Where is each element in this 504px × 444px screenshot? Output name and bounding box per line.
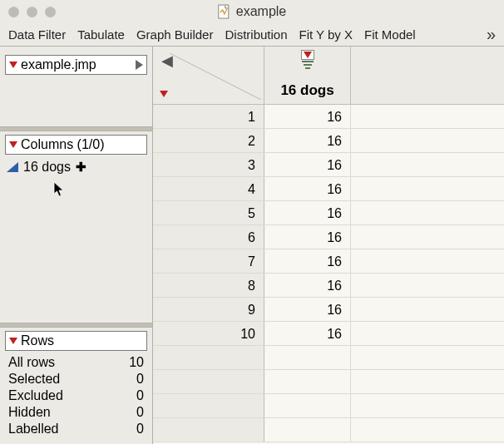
table-row[interactable]: 616 xyxy=(153,225,504,249)
rows-menu-icon[interactable] xyxy=(160,91,168,97)
panel-divider[interactable] xyxy=(0,126,152,131)
panel-divider[interactable] xyxy=(0,323,152,328)
empty-cell xyxy=(351,249,504,273)
cell[interactable]: 16 xyxy=(264,274,351,297)
row-number[interactable]: 2 xyxy=(153,129,264,152)
rows-stat-hidden[interactable]: Hidden0 xyxy=(8,404,144,421)
more-menu-icon[interactable]: » xyxy=(487,25,496,44)
column-header-cell[interactable]: 16 dogs xyxy=(264,47,351,104)
cell[interactable]: 16 xyxy=(264,153,351,176)
empty-cell xyxy=(351,105,504,128)
row-number[interactable]: 3 xyxy=(153,153,264,176)
document-icon xyxy=(218,4,231,19)
cell xyxy=(264,346,351,369)
disclosure-icon[interactable] xyxy=(9,338,17,344)
table-row[interactable]: 716 xyxy=(153,249,504,274)
disclosure-icon[interactable] xyxy=(9,141,17,148)
zoom-icon[interactable] xyxy=(45,7,56,17)
row-number[interactable]: 10 xyxy=(153,322,264,345)
run-script-icon[interactable] xyxy=(136,60,143,70)
empty-cell xyxy=(351,153,504,176)
cell[interactable]: 16 xyxy=(264,129,351,152)
table-row[interactable]: 1016 xyxy=(153,322,504,346)
column-menu-icon[interactable] xyxy=(301,50,314,71)
menu-distribution[interactable]: Distribution xyxy=(225,27,287,42)
data-grid: ◀ 16 dogs 116216316416516616716816916101… xyxy=(153,47,504,444)
row-number[interactable]: 7 xyxy=(153,249,264,273)
cell[interactable]: 16 xyxy=(264,177,351,200)
table-row xyxy=(153,394,504,418)
cell[interactable]: 16 xyxy=(264,201,351,224)
empty-cell xyxy=(351,225,504,249)
cell[interactable]: 16 xyxy=(264,249,351,273)
window-controls xyxy=(8,7,56,17)
continuous-icon xyxy=(7,162,18,172)
table-row[interactable]: 316 xyxy=(153,153,504,177)
empty-cell xyxy=(351,129,504,152)
rows-stat-labelled[interactable]: Labelled0 xyxy=(8,421,144,437)
svg-line-1 xyxy=(170,53,261,100)
menu-graph-builder[interactable]: Graph Builder xyxy=(136,27,214,42)
menu-fit-y-by-x[interactable]: Fit Y by X xyxy=(299,27,353,42)
row-number[interactable]: 1 xyxy=(153,105,264,128)
close-icon[interactable] xyxy=(8,7,19,17)
table-panel-header[interactable]: example.jmp xyxy=(5,55,147,75)
cell[interactable]: 16 xyxy=(264,322,351,345)
menubar: Data Filter Tabulate Graph Builder Distr… xyxy=(0,23,504,47)
row-number[interactable]: 8 xyxy=(153,274,264,297)
titlebar: example xyxy=(0,0,504,23)
table-row[interactable]: 516 xyxy=(153,201,504,225)
cursor-icon xyxy=(53,181,67,200)
empty-cell xyxy=(351,394,504,417)
table-row[interactable]: 216 xyxy=(153,129,504,153)
row-number xyxy=(153,370,264,393)
rows-stat-excluded[interactable]: Excluded0 xyxy=(8,387,144,404)
disclosure-icon[interactable] xyxy=(9,62,17,68)
table-row[interactable]: 816 xyxy=(153,274,504,298)
cell[interactable]: 16 xyxy=(264,225,351,249)
window-title: example xyxy=(236,4,286,19)
rows-stats: All rows10 Selected0 Excluded0 Hidden0 L… xyxy=(0,353,152,444)
rows-header-label: Rows xyxy=(21,333,54,348)
cell xyxy=(264,418,351,442)
table-name: example.jmp xyxy=(21,57,96,72)
columns-panel-header[interactable]: Columns (1/0) xyxy=(5,135,147,155)
cell[interactable]: 16 xyxy=(264,298,351,321)
rows-stat-all[interactable]: All rows10 xyxy=(8,354,144,371)
minimize-icon[interactable] xyxy=(27,7,37,17)
table-row[interactable]: 116 xyxy=(153,105,504,129)
row-number[interactable]: 4 xyxy=(153,177,264,200)
empty-cell xyxy=(351,177,504,200)
empty-header xyxy=(351,47,504,104)
row-number xyxy=(153,394,264,417)
row-number[interactable]: 9 xyxy=(153,298,264,321)
empty-cell xyxy=(351,322,504,345)
filter-icon[interactable] xyxy=(302,61,314,71)
column-item[interactable]: 16 dogs ✚ xyxy=(7,158,146,176)
menu-tabulate[interactable]: Tabulate xyxy=(77,27,125,42)
cell[interactable]: 16 xyxy=(264,105,351,128)
table-row[interactable]: 416 xyxy=(153,177,504,201)
rows-panel-header[interactable]: Rows xyxy=(5,331,147,351)
menu-data-filter[interactable]: Data Filter xyxy=(8,27,66,42)
column-header-label: 16 dogs xyxy=(280,82,334,99)
grid-body: 1162163164165166167168169161016 xyxy=(153,105,504,442)
empty-cell xyxy=(351,298,504,321)
content: example.jmp Columns (1/0) 16 dogs ✚ Rows xyxy=(0,47,504,444)
plus-icon[interactable]: ✚ xyxy=(76,160,86,175)
table-row[interactable]: 916 xyxy=(153,298,504,322)
menu-fit-model[interactable]: Fit Model xyxy=(364,27,416,42)
grid-header: ◀ 16 dogs xyxy=(153,47,504,105)
grid-corner[interactable]: ◀ xyxy=(153,47,264,104)
cell xyxy=(264,370,351,393)
row-number xyxy=(153,418,264,442)
column-name: 16 dogs xyxy=(23,160,71,175)
table-row xyxy=(153,418,504,442)
row-number[interactable]: 5 xyxy=(153,201,264,224)
table-row xyxy=(153,346,504,370)
empty-cell xyxy=(351,346,504,369)
empty-cell xyxy=(351,418,504,442)
row-number xyxy=(153,346,264,369)
rows-stat-selected[interactable]: Selected0 xyxy=(8,371,144,387)
row-number[interactable]: 6 xyxy=(153,225,264,249)
